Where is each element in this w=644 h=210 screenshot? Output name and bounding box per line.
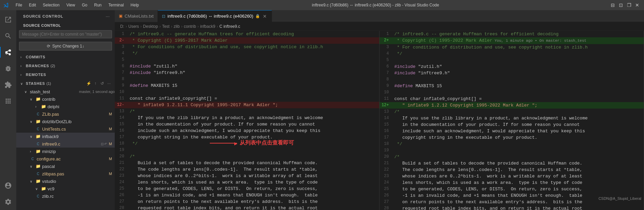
stashes-section-header[interactable]: ∨ STASHES (1) ⚡ ↑ ↺ ··· [16,79,115,88]
menu-run[interactable]: Run [91,2,104,8]
breadcrumb-desktop[interactable]: Desktop [143,24,158,29]
sidebar-more-icon[interactable]: ··· [105,13,111,19]
menu-edit[interactable]: Edit [26,2,39,8]
maximize-button[interactable]: ⊡ [618,2,624,8]
line-number: 15 [380,121,393,128]
folder-chevron-icon-infback9: ∨ [30,135,34,138]
tree-file-configure-ac[interactable]: C configure.ac M [16,155,115,163]
tree-folder-minizip[interactable]: › 📁 minizip [16,148,115,155]
folder-dotzlib-label: dotzlib/DotZLib [42,119,115,124]
commit-message-input[interactable] [19,30,112,38]
left-code-area[interactable]: 1/* inftree9.c -- generate Huffman trees… [115,31,379,210]
code-line: 10 [380,89,644,96]
code-line: 15 in the documentation of your product.… [380,121,644,128]
tree-file-zlibpas[interactable]: C zlibpas.pas M [16,170,115,177]
activity-settings-icon[interactable] [0,194,16,210]
line-content [128,147,379,153]
menu-terminal[interactable]: Terminal [106,2,126,8]
code-line: 2+ * Copyright (C) 1995-2022 Mark Adler … [380,37,644,44]
file-configure-ac-badge: M [109,157,115,161]
tree-file-zlib-rc[interactable]: C zlib.rc [16,192,115,200]
folder-chevron-icon-vstudio: ∨ [30,179,34,183]
stash-action-icon-4[interactable]: ··· [106,80,112,87]
code-line: 10 [115,89,379,95]
restore-button[interactable]: ❐ [626,2,632,8]
line-content: * For conditions of distribution and use… [128,44,379,50]
remotes-section-header[interactable]: › REMOTES [16,70,115,79]
file-action-icon-2[interactable]: ↶ [104,142,107,146]
line-content: * Copyright (C) 1995-2017 Mark Adler [128,37,379,44]
breadcrumb-test[interactable]: Test [162,24,169,29]
breadcrumb-zlib[interactable]: zlib [173,24,180,29]
sync-changes-button[interactable]: ⟳ Sync Changes 1↓ [19,42,112,51]
menu-go[interactable]: Go [79,2,90,8]
breadcrumb-infback9[interactable]: infback9 [200,24,215,29]
stash-action-icon-3[interactable]: ↺ [99,80,105,87]
stash-item[interactable]: ∨ stash_test master, 1 second ago [16,88,115,95]
line-number: 2- [115,37,128,44]
line-content: include such an acknowledgment, I would … [393,128,644,134]
line-number: 7 [115,70,128,76]
tree-folder-vstudio[interactable]: ∨ 📁 vstudio [16,177,115,185]
branches-section-header[interactable]: › BRANCHES (2) [16,61,115,70]
menu-help[interactable]: Help [128,2,142,8]
tree-file-inftree9[interactable]: C inftree9.c ⊡ ↶ M [16,140,115,148]
line-number: 3 [380,44,393,51]
stash-action-icon-2[interactable]: ↑ [92,80,98,87]
file-zlibpas-badge: M [109,172,115,176]
code-line: 8 [380,76,644,83]
title-bar-left: File Edit Selection View Go Run Terminal… [3,2,142,8]
activity-search-icon[interactable] [0,28,16,44]
menu-view[interactable]: View [63,2,78,8]
close-button[interactable]: ✕ [634,2,641,8]
tab-cmake[interactable]: ▣ CMakeLists.txt [115,10,158,22]
tree-folder-vc9[interactable]: ∨ 📁 vc9 [16,185,115,192]
line-content: */ [393,141,644,147]
right-code-area[interactable]: 1/* inftree9.c -- generate Huffman trees… [380,31,644,210]
breadcrumb: D: › Users › Desktop › Test › zlib › con… [115,22,644,31]
tree-folder-pascal[interactable]: ∨ 📁 pascal [16,163,115,170]
tree-file-zlib-pas[interactable]: C ZLib.pas M [16,110,115,118]
tab-close-button[interactable]: ✕ [262,14,268,19]
activity-debug-icon[interactable] [0,60,16,77]
code-line: 13/* [380,109,644,115]
folder-pascal-label: pascal [42,164,115,169]
activity-remote-icon[interactable] [0,93,16,109]
minimize-button[interactable]: ⊟ [609,2,616,8]
line-number: 17 [115,134,128,140]
activity-sourcecontrol-icon[interactable] [0,44,16,60]
stash-action-icon-1[interactable]: ⚡ [86,80,92,87]
tabs-bar: ▣ CMakeLists.txt ⊡ inftree9.c (7d60b86) … [115,10,644,22]
file-unittests-badge: M [109,127,115,131]
tree-file-unittests[interactable]: C UnitTests.cs M [16,125,115,133]
menu-file[interactable]: File [13,2,25,8]
tree-folder-infback9[interactable]: ∨ 📁 infback9 [16,133,115,140]
line-number: 24 [380,179,393,186]
tree-folder-contrib[interactable]: ∨ 📁 contrib [16,95,115,103]
line-content: /* inftree9.c -- generate Huffman trees … [128,31,379,37]
tree-folder-delphi[interactable]: › 📁 delphi [16,103,115,110]
code-line: 20/* [380,154,644,160]
tree-folder-dotzlib[interactable]: ∨ 📁 dotzlib/DotZLib [16,118,115,125]
line-content: Build a set of tables to decode the prov… [393,160,644,167]
line-content: If you use the zlib library in a product… [128,115,379,121]
code-line: 11const char inflate9_copyright[] = [115,95,379,102]
breadcrumb-contrib[interactable]: contrib [184,24,196,29]
diff-tab-icon: ⊡ [162,14,165,19]
commits-section-header[interactable]: › COMMITS [16,53,115,61]
activity-extensions-icon[interactable] [0,77,16,93]
file-action-icon-1[interactable]: ⊡ [101,142,104,146]
tab-inftree-diff[interactable]: ⊡ inftree9.c (7d60b86) ↔ inftree9.c (e40… [158,10,272,22]
file-unittests-label: UnitTests.cs [42,127,109,132]
code-line: 14 If you use the zlib library in a prod… [380,115,644,121]
vscode-logo-icon [3,2,9,8]
activity-explorer-icon[interactable] [0,12,16,28]
line-number: 12+ [380,102,393,109]
activity-account-icon[interactable] [0,177,16,194]
breadcrumb-file[interactable]: C inftree9.c [219,24,240,29]
sidebar-header-icons: ··· [105,13,111,19]
breadcrumb-users[interactable]: Users [128,24,139,29]
breadcrumb-drive[interactable]: D: [120,24,124,29]
line-content: * Copyright (C) 1995-2022 Mark Adler You… [393,37,644,44]
menu-selection[interactable]: Selection [40,2,62,8]
